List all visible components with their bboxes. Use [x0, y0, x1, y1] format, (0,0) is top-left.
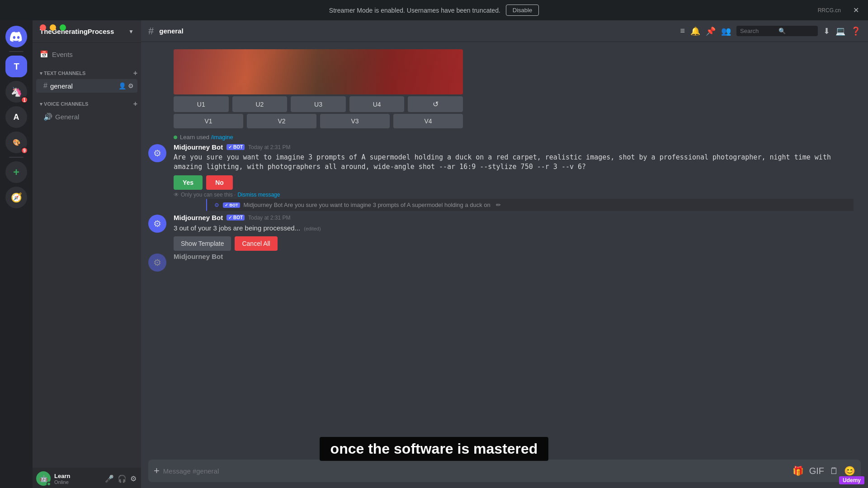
image-section: U1 U2 U3 U4 ↺ V1 V2 V3 V4: [141, 49, 868, 132]
members-icon[interactable]: 👥: [721, 26, 731, 36]
channel-header: # general ≡ 🔔 📌 👥 Search 🔍 ⬇ 💻 ❓: [141, 20, 868, 42]
text-channels-section[interactable]: ▾ TEXT CHANNELS +: [33, 62, 141, 79]
message-timestamp-2: Today at 2:31 PM: [248, 215, 290, 221]
edit-preview-icon: ✏: [496, 202, 501, 208]
banner-text: Streamer Mode is enabled. Usernames have…: [329, 7, 500, 14]
server-icon-multi[interactable]: 🎨 9: [5, 131, 27, 153]
events-icon: 📅: [40, 50, 48, 58]
message-row-3: ⚙ Midjourney Bot: [141, 252, 868, 272]
message-body-2: 3 out of your 3 jobs are being processed…: [174, 223, 861, 233]
sticker-icon[interactable]: 🗒: [830, 466, 839, 476]
user-info: Learn Online: [54, 473, 100, 485]
yes-no-buttons: Yes No: [174, 175, 861, 190]
channel-sidebar: TheGeneratingProcess ▼ 📅 Events ▾ TEXT C…: [33, 20, 141, 488]
server-divider-2: [9, 157, 24, 158]
gear-icon[interactable]: ⚙: [128, 82, 134, 89]
bot-username-2: Midjourney Bot: [174, 214, 223, 221]
refresh-button[interactable]: ↺: [408, 96, 463, 112]
events-label: Events: [52, 51, 73, 58]
help-icon[interactable]: ❓: [851, 26, 861, 36]
channel-name: general: [50, 82, 73, 90]
upscale-u1-button[interactable]: U1: [174, 96, 229, 112]
banner-close-icon[interactable]: ✕: [853, 6, 859, 14]
voice-channels-section[interactable]: ▾ VOICE CHANNELS +: [33, 93, 141, 110]
gift-icon[interactable]: 🎁: [793, 465, 804, 476]
mute-microphone-icon[interactable]: 🎤: [104, 474, 115, 484]
variation-v3-button[interactable]: V3: [320, 114, 390, 128]
events-item[interactable]: 📅 Events: [33, 47, 141, 62]
close-window-btn[interactable]: [40, 24, 46, 31]
message-header-2: Midjourney Bot ✓ BOT Today at 2:31 PM: [174, 214, 861, 221]
server-divider: [9, 51, 24, 52]
upscale-u2-button[interactable]: U2: [232, 96, 288, 112]
deafen-headphone-icon[interactable]: 🎧: [117, 474, 127, 484]
bot-avatar-1: ⚙: [148, 144, 166, 162]
activity-icon[interactable]: 💻: [835, 26, 845, 36]
inbox-icon[interactable]: ⬇: [823, 26, 830, 36]
discord-home-button[interactable]: [5, 26, 27, 47]
generated-image: [174, 49, 463, 94]
udemy-badge: Udemy: [839, 476, 864, 484]
app-container: T 🦄 1 A 🎨 9 + 🧭 TheGeneratingProcess ▼ 📅: [0, 20, 868, 488]
pin-icon[interactable]: 📌: [706, 26, 716, 36]
message-input-area: + 🎁 GIF 🗒 😊: [141, 460, 868, 488]
text-channels-label: ▾ TEXT CHANNELS: [40, 70, 85, 76]
u-buttons-row: U1 U2 U3 U4 ↺: [174, 96, 463, 112]
variation-v4-button[interactable]: V4: [393, 114, 463, 128]
dismiss-message-link[interactable]: Dismiss message: [237, 192, 280, 198]
show-template-button[interactable]: Show Template: [174, 236, 231, 251]
server-icon-a[interactable]: A: [5, 106, 27, 128]
threads-icon[interactable]: ≡: [680, 26, 685, 36]
search-placeholder: Search: [740, 28, 776, 34]
no-button[interactable]: No: [206, 175, 233, 190]
channel-item-voice-general[interactable]: 🔊 General: [36, 110, 137, 124]
yes-button[interactable]: Yes: [174, 175, 203, 190]
server-icon-unicorn[interactable]: 🦄 1: [5, 81, 27, 103]
message-header-3: Midjourney Bot: [174, 253, 861, 260]
server-header[interactable]: TheGeneratingProcess ▼: [33, 20, 141, 43]
username: Learn: [54, 473, 100, 479]
search-bar[interactable]: Search 🔍: [736, 26, 818, 36]
message-input[interactable]: [163, 462, 789, 480]
cancel-all-button[interactable]: Cancel All: [235, 236, 277, 251]
emoji-icon[interactable]: 😊: [844, 465, 855, 476]
add-text-channel-icon[interactable]: +: [133, 69, 137, 77]
channel-item-general[interactable]: # general 👤 ⚙: [36, 79, 137, 93]
user-settings-icon[interactable]: ⚙: [129, 474, 137, 484]
variation-v2-button[interactable]: V2: [247, 114, 316, 128]
message-row: ⚙ Midjourney Bot ✓ BOT Today at 2:31 PM …: [141, 142, 868, 199]
window-controls: [40, 24, 66, 31]
upscale-u3-button[interactable]: U3: [291, 96, 346, 112]
messages-area: U1 U2 U3 U4 ↺ V1 V2 V3 V4: [141, 42, 868, 460]
message-content-1: Midjourney Bot ✓ BOT Today at 2:31 PM Ar…: [174, 143, 861, 198]
verified-bot-badge-2: ✓ BOT: [226, 215, 245, 221]
maximize-window-btn[interactable]: [60, 24, 66, 31]
disable-streamer-mode-button[interactable]: Disable: [506, 5, 539, 16]
user-avatar: 🤖: [36, 471, 51, 486]
notifications-icon[interactable]: 🔔: [690, 26, 700, 36]
hash-icon: #: [43, 82, 47, 90]
add-server-button[interactable]: +: [5, 161, 27, 183]
v-buttons-row: V1 V2 V3 V4: [174, 114, 463, 128]
message-content-2: Midjourney Bot ✓ BOT Today at 2:31 PM 3 …: [174, 214, 861, 251]
eye-icon: 👁: [174, 192, 179, 198]
image-buttons: U1 U2 U3 U4 ↺ V1 V2 V3 V4: [174, 96, 463, 128]
variation-v1-button[interactable]: V1: [174, 114, 243, 128]
edited-badge: (edited): [304, 226, 321, 231]
online-dot-icon: [174, 136, 177, 139]
gif-icon[interactable]: GIF: [809, 466, 824, 476]
minimize-window-btn[interactable]: [50, 24, 56, 31]
add-member-icon[interactable]: 👤: [118, 82, 126, 89]
message-header-1: Midjourney Bot ✓ BOT Today at 2:31 PM: [174, 143, 861, 151]
discover-button[interactable]: 🧭: [5, 187, 27, 208]
add-attachment-icon[interactable]: +: [154, 460, 160, 482]
server-icon-t[interactable]: T: [5, 56, 27, 77]
bot-badge-preview: ✓ BOT: [223, 202, 240, 208]
add-voice-channel-icon[interactable]: +: [133, 100, 137, 108]
channel-actions: 👤 ⚙: [118, 82, 134, 89]
streamer-banner: Streamer Mode is enabled. Usernames have…: [0, 0, 868, 20]
channel-list: 📅 Events ▾ TEXT CHANNELS + # general 👤 ⚙…: [33, 43, 141, 468]
upscale-u4-button[interactable]: U4: [349, 96, 405, 112]
input-icons: 🎁 GIF 🗒 😊: [793, 465, 855, 476]
server-badge-multi: 9: [21, 147, 28, 154]
